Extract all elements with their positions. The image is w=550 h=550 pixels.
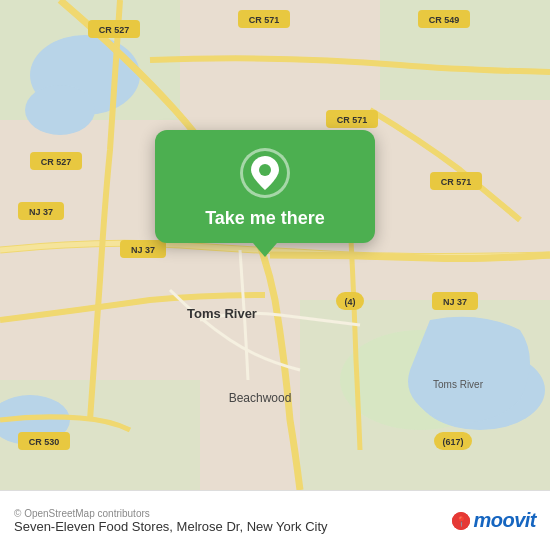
svg-point-7 <box>25 85 95 135</box>
popup-card[interactable]: Take me there <box>155 130 375 243</box>
svg-text:(4): (4) <box>345 297 356 307</box>
svg-text:CR 571: CR 571 <box>441 177 472 187</box>
svg-text:CR 549: CR 549 <box>429 15 460 25</box>
bottom-bar: © OpenStreetMap contributors Seven-Eleve… <box>0 490 550 550</box>
svg-text:NJ 37: NJ 37 <box>443 297 467 307</box>
svg-text:NJ 37: NJ 37 <box>131 245 155 255</box>
location-name: Seven-Eleven Food Stores, Melrose Dr, Ne… <box>14 519 444 534</box>
svg-text:CR 530: CR 530 <box>29 437 60 447</box>
moovit-dot-icon: 📍 <box>452 512 470 530</box>
svg-text:Toms River: Toms River <box>187 306 257 321</box>
svg-text:NJ 37: NJ 37 <box>29 207 53 217</box>
svg-text:CR 527: CR 527 <box>99 25 130 35</box>
svg-text:Toms River: Toms River <box>433 379 484 390</box>
svg-text:(617): (617) <box>442 437 463 447</box>
moovit-brand-text: moovit <box>473 509 536 532</box>
svg-text:CR 571: CR 571 <box>337 115 368 125</box>
svg-text:📍: 📍 <box>455 515 468 528</box>
svg-text:Beachwood: Beachwood <box>229 391 292 405</box>
take-me-there-button[interactable]: Take me there <box>205 208 325 229</box>
svg-text:CR 527: CR 527 <box>41 157 72 167</box>
copyright-text: © OpenStreetMap contributors <box>14 508 444 519</box>
location-pin-icon <box>240 148 290 198</box>
svg-point-37 <box>259 164 271 176</box>
moovit-logo: 📍 moovit <box>452 509 536 532</box>
map-container: CR 527 CR 571 CR 549 CR 527 CR 571 CR 57… <box>0 0 550 490</box>
svg-text:CR 571: CR 571 <box>249 15 280 25</box>
